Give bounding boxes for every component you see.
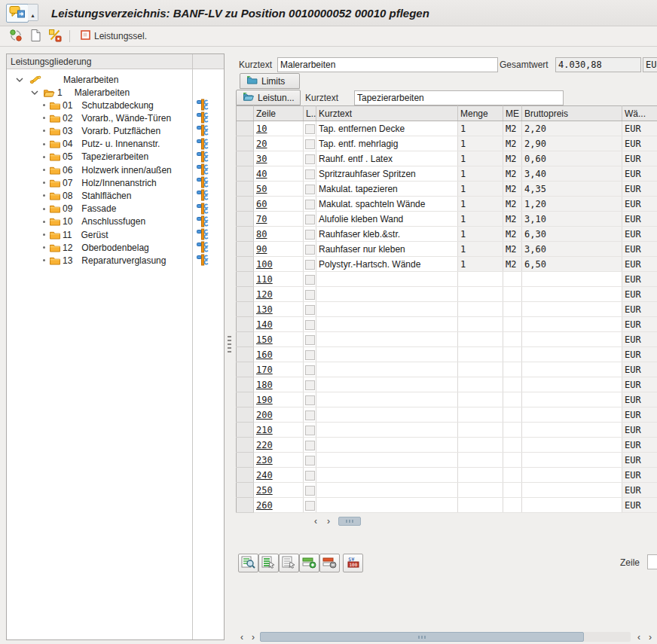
kurztext-cell[interactable]: Tap. entfernen Decke [316,121,458,136]
l-cell[interactable] [304,227,316,242]
row-selector[interactable] [237,468,254,483]
zeile-cell[interactable]: 70 [254,212,304,227]
waehrung-cell[interactable]: EUR [622,498,657,513]
kurztext-cell[interactable] [316,377,458,392]
zeile-cell[interactable]: 240 [254,468,304,483]
menge-cell[interactable]: 1 [458,121,503,136]
bruttopreis-cell[interactable] [522,272,622,287]
l-cell[interactable] [304,182,316,197]
me-cell[interactable] [503,438,522,453]
row-selector[interactable] [237,182,254,197]
menge-cell[interactable]: 1 [458,197,503,212]
hierarchy-icon[interactable] [196,254,209,266]
l-cell[interactable] [304,121,316,136]
col-waehrung[interactable]: Wä... [622,106,657,121]
menge-cell[interactable] [458,483,503,498]
zeile-cell[interactable]: 230 [254,453,304,468]
row-selector[interactable] [237,136,254,151]
l-cell[interactable] [304,287,316,302]
waehrung-cell[interactable]: EUR [622,377,657,392]
hscroll-thumb[interactable] [260,632,584,642]
l-checkbox[interactable] [305,380,315,390]
kurztext-cell[interactable] [316,272,458,287]
me-cell[interactable]: M2 [503,121,522,136]
waehrung-cell[interactable]: EUR [622,242,657,257]
waehrung-cell[interactable]: EUR [622,468,657,483]
kurztext-cell[interactable]: Spritzrauhfaser Spritzen [316,166,458,182]
kurztext-cell[interactable] [316,287,458,302]
kurztext-cell[interactable] [316,392,458,407]
zeile-cell[interactable]: 220 [254,438,304,453]
zeile-cell[interactable]: 210 [254,423,304,438]
hierarchy-icon[interactable] [196,189,209,201]
hierarchy-icon[interactable] [196,176,209,188]
l-checkbox[interactable] [305,290,315,300]
me-cell[interactable]: M2 [503,136,522,151]
hierarchy-icon[interactable] [196,99,209,111]
tree-item-09[interactable]: 09Fassade [7,203,192,215]
menge-cell[interactable]: 1 [458,227,503,242]
me-cell[interactable] [503,468,522,483]
kurztext-cell[interactable] [316,362,458,377]
menge-cell[interactable] [458,438,503,453]
waehrung-cell[interactable]: EUR [622,227,657,242]
row-selector[interactable] [237,227,254,242]
l-checkbox[interactable] [305,411,315,420]
currency-display-button[interactable]: $¥ 100 [343,554,363,572]
l-cell[interactable] [304,438,316,453]
waehrung-cell[interactable]: EUR [622,423,657,438]
l-cell[interactable] [304,483,316,498]
l-checkbox[interactable] [305,441,315,450]
panel-splitter[interactable] [226,47,234,644]
me-cell[interactable]: M2 [503,182,522,197]
bruttopreis-cell[interactable] [522,407,622,423]
zeile-cell[interactable]: 100 [254,257,304,272]
menge-cell[interactable] [458,453,503,468]
hierarchy-icon[interactable] [196,138,209,150]
tree-item-11[interactable]: 11Gerüst [7,228,192,241]
l-cell[interactable] [304,166,316,182]
create-service-button[interactable] [26,27,45,45]
tree-item-12[interactable]: 12Oberbodenbelag [7,241,192,254]
waehrung-cell[interactable]: EUR [622,302,657,317]
l-cell[interactable] [304,317,316,332]
waehrung-cell[interactable]: EUR [622,272,657,287]
me-cell[interactable]: M2 [503,242,522,257]
kurztext-cell[interactable]: Rauhfaser nur kleben [316,242,458,257]
zeile-cell[interactable]: 190 [254,392,304,407]
col-kurztext[interactable]: Kurztext [316,106,458,121]
bruttopreis-cell[interactable]: 2,20 [522,121,622,136]
kurztext-cell[interactable]: Rauhf. entf . Latex [316,151,458,166]
bruttopreis-cell[interactable]: 1,20 [522,197,622,212]
me-cell[interactable] [503,302,522,317]
kurztext-cell[interactable]: Makulat. spachteln Wände [316,197,458,212]
leistungssel-button[interactable]: Leistungssel. [75,27,152,45]
hierarchy-icon[interactable] [196,111,209,124]
l-cell[interactable] [304,272,316,287]
bruttopreis-cell[interactable] [522,392,622,407]
zeile-cell[interactable]: 80 [254,227,304,242]
delete-line-button[interactable] [319,554,340,572]
me-cell[interactable] [503,317,522,332]
waehrung-cell[interactable]: EUR [622,212,657,227]
l-cell[interactable] [304,498,316,513]
menge-cell[interactable] [458,423,503,438]
menge-cell[interactable]: 1 [458,182,503,197]
menge-cell[interactable] [458,377,503,392]
currency-field[interactable]: EUR [643,57,657,72]
bruttopreis-cell[interactable]: 3,60 [522,242,622,257]
kurztext-cell[interactable] [316,453,458,468]
row-selector[interactable] [237,483,254,498]
me-cell[interactable] [503,377,522,392]
tree-item-08[interactable]: 08Stahlflächen [7,189,192,202]
zeile-position-input[interactable] [647,554,657,569]
row-selector[interactable] [237,347,254,362]
hscroll-right-left-icon[interactable]: ‹ [634,632,644,642]
menge-cell[interactable] [458,302,503,317]
zeile-cell[interactable]: 30 [254,151,304,166]
bruttopreis-cell[interactable]: 6,30 [522,227,622,242]
chevron-down-icon[interactable] [13,74,26,85]
waehrung-cell[interactable]: EUR [622,287,657,302]
row-selector[interactable] [237,287,254,302]
menge-cell[interactable] [458,317,503,332]
